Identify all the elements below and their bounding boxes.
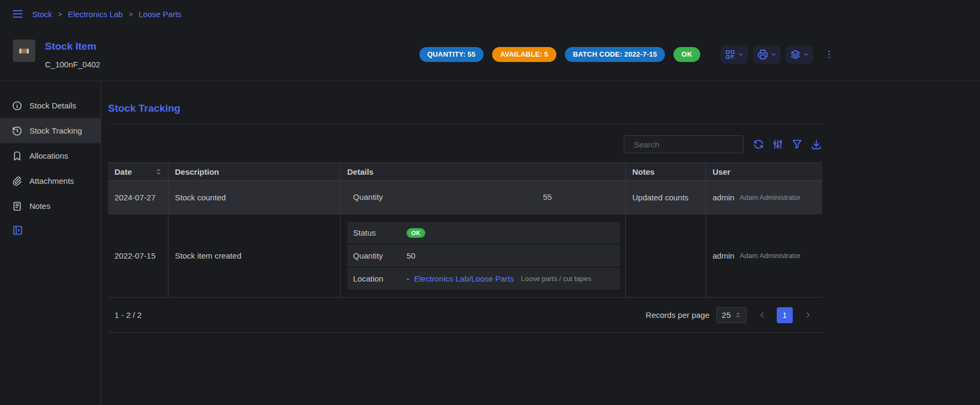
adjustments-icon[interactable] [772, 138, 784, 150]
detail-key: Quantity [353, 192, 543, 201]
previous-page-button[interactable] [754, 307, 770, 323]
options-menu-button[interactable] [822, 46, 837, 63]
main-panel: Stock Tracking [101, 81, 822, 405]
sidebar-item-label: Stock Details [29, 101, 76, 110]
quantity-badge: QUANTITY: 55 [419, 47, 484, 62]
qrcode-icon [724, 49, 736, 60]
username: admin [713, 251, 734, 260]
stock-operations-button[interactable] [786, 45, 813, 64]
history-icon [12, 126, 22, 136]
breadcrumb-electronics-lab[interactable]: Electronics Lab [68, 10, 123, 19]
paperclip-icon [12, 176, 22, 186]
batch-code-badge: BATCH CODE: 2022-7-15 [565, 47, 665, 62]
date-cell: 2022-07-15 [108, 214, 168, 297]
menu-icon[interactable] [11, 7, 24, 20]
table-toolbar [108, 135, 822, 153]
sort-icon [155, 168, 163, 176]
description-cell: Stock counted [168, 181, 340, 214]
sidebar-item-label: Notes [29, 201, 50, 211]
table-header-row: Date Description Details Notes User [108, 162, 822, 181]
status-ok-badge: OK [407, 228, 425, 238]
selector-icon [734, 311, 741, 318]
column-header-details: Details [340, 163, 625, 180]
printer-icon [757, 49, 769, 60]
stock-tracking-table: Date Description Details Notes User 2024… [108, 162, 822, 333]
status-badges: QUANTITY: 55 AVAILABLE: 5 BATCH CODE: 20… [419, 47, 700, 62]
detail-key: Status [353, 228, 407, 237]
sidebar-item-label: Allocations [29, 151, 68, 160]
record-range: 1 - 2 / 2 [114, 310, 142, 320]
filter-icon[interactable] [791, 138, 803, 150]
username: admin [713, 193, 734, 202]
table-row[interactable]: 2024-07-27 Stock counted Quantity 55 Upd… [108, 181, 822, 214]
location-description: Loose parts / cut tapes [521, 275, 592, 283]
title-block: Stock Item C_100nF_0402 [45, 40, 100, 69]
detail-value: 55 [543, 192, 552, 201]
sidebar-item-allocations[interactable]: Allocations [0, 143, 101, 168]
page-1-button[interactable]: 1 [777, 307, 793, 323]
sidebar-collapse-button[interactable] [0, 219, 101, 242]
breadcrumb-separator: > [58, 10, 63, 18]
detail-quantity-row: Quantity 55 [347, 186, 620, 208]
info-circle-icon [12, 100, 22, 111]
sidebar-item-stock-tracking[interactable]: Stock Tracking [0, 118, 101, 143]
chevron-down-icon [770, 51, 777, 58]
breadcrumb-stock[interactable]: Stock [32, 10, 52, 19]
search-input[interactable] [634, 140, 740, 149]
chevron-down-icon [738, 51, 744, 58]
column-header-notes: Notes [625, 163, 706, 180]
column-header-date[interactable]: Date [108, 163, 168, 180]
detail-status-row: Status OK [347, 222, 620, 244]
barcode-actions-button[interactable] [721, 45, 748, 64]
dots-vertical-icon [824, 49, 834, 60]
records-per-page-select[interactable]: 25 [716, 307, 747, 323]
breadcrumb: Stock > Electronics Lab > Loose Parts [32, 10, 181, 19]
part-name: C_100nF_0402 [45, 60, 100, 69]
user-cell: admin Adam Administrator [706, 181, 822, 214]
location-link[interactable]: Electronics Lab/Loose Parts [414, 274, 514, 283]
sidebar: Stock Details Stock Tracking Allocations… [0, 81, 101, 405]
sidebar-collapse-icon [12, 224, 24, 236]
sidebar-item-stock-details[interactable]: Stock Details [0, 93, 101, 118]
chevron-left-icon [757, 310, 767, 320]
breadcrumb-loose-parts[interactable]: Loose Parts [139, 10, 181, 19]
details-cell: Quantity 55 [340, 181, 625, 214]
user-full-name: Adam Administrator [740, 252, 800, 260]
page-title: Stock Item [45, 41, 100, 52]
refresh-icon[interactable] [753, 138, 764, 150]
sidebar-item-label: Attachments [29, 176, 74, 185]
notes-cell: Updated counts [625, 181, 706, 214]
status-ok-badge: OK [673, 47, 700, 62]
records-per-page-label: Records per page [646, 310, 709, 320]
location-dash: - [407, 274, 409, 283]
detail-location-row: Location - Electronics Lab/Loose Parts L… [347, 268, 620, 290]
header-actions: QUANTITY: 55 AVAILABLE: 5 BATCH CODE: 20… [419, 45, 837, 64]
chevron-down-icon [803, 51, 809, 58]
notes-icon [12, 201, 22, 212]
search-box [624, 135, 744, 153]
column-header-user: User [706, 163, 822, 180]
user-cell: admin Adam Administrator [706, 214, 822, 297]
sidebar-item-attachments[interactable]: Attachments [0, 168, 101, 193]
pagination-controls: Records per page 25 1 [646, 307, 816, 323]
sidebar-item-notes[interactable]: Notes [0, 193, 101, 219]
detail-key: Quantity [353, 251, 407, 260]
bookmark-icon [12, 151, 22, 161]
next-page-button[interactable] [800, 307, 816, 323]
section-title: Stock Tracking [108, 103, 822, 114]
detail-key: Location [353, 274, 407, 283]
content: Stock Details Stock Tracking Allocations… [0, 81, 980, 405]
table-actions [753, 138, 822, 150]
sidebar-item-label: Stock Tracking [29, 126, 82, 135]
print-actions-button[interactable] [753, 45, 780, 64]
download-icon[interactable] [810, 138, 822, 150]
breadcrumb-separator: > [129, 10, 133, 18]
chevron-right-icon [803, 310, 813, 320]
user-full-name: Adam Administrator [740, 193, 800, 201]
part-thumbnail[interactable] [13, 40, 35, 62]
action-buttons [721, 45, 837, 64]
detail-value: 50 [407, 251, 416, 260]
page-header: Stock Item C_100nF_0402 QUANTITY: 55 AVA… [0, 28, 980, 81]
table-row[interactable]: 2022-07-15 Stock item created Status OK … [108, 214, 822, 298]
stock-item-summary: Stock Item C_100nF_0402 [13, 40, 100, 69]
